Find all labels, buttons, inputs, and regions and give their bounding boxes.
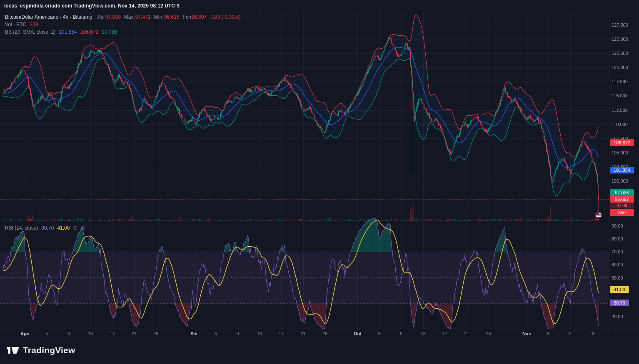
time-axis-tick: 13	[88, 331, 93, 336]
price-axis-label: 127.500	[612, 22, 628, 27]
attribution-text: lucas_espindola criado com TradingView.c…	[4, 3, 180, 9]
ohlc-close: Fch 96.697	[183, 14, 207, 20]
time-axis-tick: Ago	[20, 331, 29, 336]
time-axis-tick: 21	[464, 331, 469, 336]
bb-indicator-label[interactable]: BB (20, SMA, close, 2)	[5, 29, 55, 35]
volume-axis-badge: 359	[610, 209, 634, 216]
time-axis-tick: 17	[442, 331, 447, 336]
price-axis-label: 112.500	[612, 108, 628, 113]
time-axis-tick: 9	[400, 331, 402, 336]
bb-upper-badge: 106.672	[610, 139, 634, 146]
tradingview-logo-icon	[7, 345, 19, 356]
time-axis-tick: 5	[215, 331, 217, 336]
change-value: -383 (-0,39%)	[210, 14, 240, 20]
rsi-axis-label: 60,00	[612, 262, 623, 267]
rsi-legend: RSI (14, close) 30,70 41,00 ∅ ∅	[5, 225, 85, 232]
last-price-badge: 96.697	[610, 196, 634, 203]
time-axis-tick: 25	[486, 331, 491, 336]
rsi-axis-label: 70,00	[612, 249, 623, 254]
time-axis-tick: 5	[378, 331, 381, 336]
price-axis-label: 117.500	[612, 79, 628, 84]
time-axis-tick: 13	[420, 331, 425, 336]
time-axis-tick: 13	[257, 331, 262, 336]
bb-lower-badge: 97.036	[610, 189, 634, 196]
time-axis-tick: 25	[153, 331, 158, 336]
price-axis-label: 122.500	[612, 51, 628, 56]
bb-lower-value: 97.036	[102, 29, 117, 35]
rsi-ma-badge: 41,00	[610, 286, 629, 293]
time-axis-tick: 9	[67, 331, 70, 336]
time-axis-tick: 17	[279, 331, 284, 336]
time-axis-tick: 5	[547, 331, 550, 336]
rsi-value-badge: 30,70	[610, 300, 629, 306]
price-axis-label: 125.000	[612, 37, 628, 42]
price-axis-label: 105.000	[612, 150, 628, 155]
rsi-ma-value: 41,00	[57, 225, 70, 231]
price-axis-label: 120.000	[612, 65, 628, 70]
bb-basis-badge: 101.854	[610, 167, 634, 173]
bb-upper-value: 106.672	[80, 29, 98, 35]
empty-set-icon: ∅	[81, 225, 85, 231]
time-axis-tick: 25	[322, 331, 327, 336]
ohlc-open: Abr 97.080	[97, 14, 120, 20]
attribution-bar: lucas_espindola criado com TradingView.c…	[0, 0, 639, 12]
volume-label[interactable]: Vol · BTC	[5, 21, 26, 28]
ohlc-low: Mín. 96.615	[154, 14, 180, 20]
time-axis-tick: Nov	[522, 331, 531, 336]
price-axis-label: 100.000	[612, 178, 628, 183]
rsi-axis-label: 90,00	[612, 223, 623, 228]
time-axis-tick: 21	[300, 331, 305, 336]
chart-window: lucas_espindola criado com TradingView.c…	[0, 0, 639, 364]
chart-canvas[interactable]	[0, 0, 639, 364]
time-axis-tick: 21	[132, 331, 137, 336]
time-axis-tick: 9	[236, 331, 239, 336]
time-axis-tick: 5	[45, 331, 48, 336]
time-axis-tick: Out	[354, 331, 362, 336]
economic-event-us-flag-icon[interactable]	[595, 212, 602, 218]
bar-close-countdown: 47:36	[610, 203, 634, 208]
rsi-axis-label: 20,00	[612, 314, 623, 319]
time-axis-tick: 9	[569, 331, 572, 336]
volume-value: 359	[30, 21, 38, 28]
price-axis-label: 115.000	[612, 93, 628, 98]
time-axis-tick: 13	[589, 331, 594, 336]
rsi-indicator-label[interactable]: RSI (14, close)	[5, 225, 38, 231]
price-axis-label: 110.000	[612, 122, 628, 127]
rsi-axis-label: 80,00	[612, 236, 623, 241]
time-axis-tick: 17	[110, 331, 115, 336]
bb-basis-value: 101.854	[59, 29, 77, 35]
tradingview-logo-text: TradingView	[23, 345, 75, 355]
ohlc-high: Máx. 97.471	[124, 14, 151, 20]
symbol-legend: Bitcoin/Dólar Americano · 4h · Bitstamp …	[5, 14, 241, 36]
rsi-axis-label: 50,00	[612, 275, 623, 280]
time-axis-tick: Set	[190, 331, 197, 336]
tradingview-logo[interactable]: TradingView	[7, 345, 75, 356]
empty-set-icon: ∅	[73, 225, 77, 231]
symbol-title[interactable]: Bitcoin/Dólar Americano · 4h · Bitstamp	[5, 14, 92, 20]
rsi-value: 30,70	[41, 225, 54, 231]
